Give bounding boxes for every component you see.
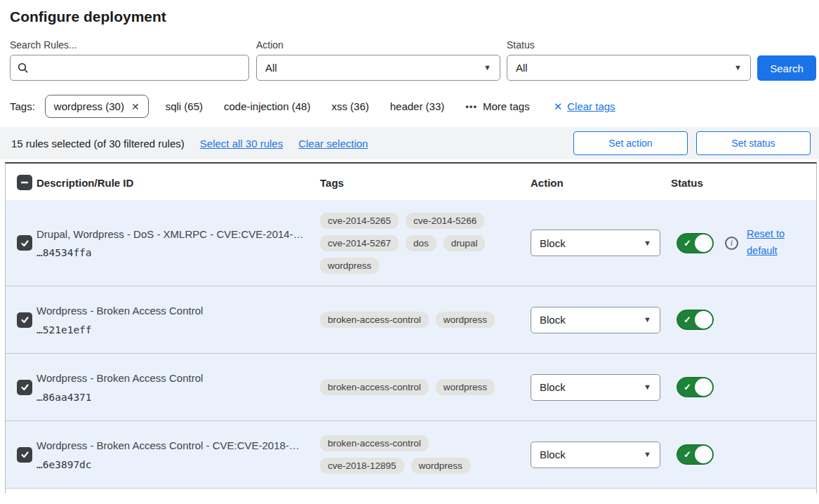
header-status: Status bbox=[671, 175, 816, 189]
selection-summary: 15 rules selected (of 30 filtered rules) bbox=[11, 138, 185, 150]
status-filter-label: Status bbox=[507, 39, 757, 51]
table-row: Wordpress - Broken Access Control…86aa43… bbox=[6, 353, 816, 420]
table-row: Wordpress - Broken Access Control - CVE:… bbox=[6, 420, 816, 488]
tag-chip: wordpress bbox=[436, 312, 495, 328]
action-select[interactable]: Block▼ bbox=[531, 374, 660, 401]
chevron-down-icon: ▼ bbox=[644, 239, 651, 247]
row-checkbox[interactable] bbox=[17, 380, 32, 395]
rule-description: Wordpress - Broken Access Control bbox=[36, 371, 306, 385]
status-filter-value: All bbox=[516, 62, 528, 74]
action-select[interactable]: Block▼ bbox=[531, 230, 660, 256]
toggle-knob bbox=[695, 234, 712, 252]
select-all-checkbox[interactable] bbox=[17, 175, 32, 190]
tags-bar: Tags: wordpress (30) ✕ sqli (65)code-inj… bbox=[0, 81, 819, 118]
configure-deployment-page: Configure deployment Search Rules... Act… bbox=[0, 0, 819, 504]
search-rules-label: Search Rules... bbox=[10, 39, 256, 51]
check-icon: ✓ bbox=[684, 314, 691, 325]
rule-id: …521e1eff bbox=[36, 324, 306, 336]
tag-chip: broken-access-control bbox=[320, 379, 429, 395]
page-title: Configure deployment bbox=[0, 0, 819, 25]
tag-chip: cve-2014-5266 bbox=[406, 213, 484, 229]
tag-chip: cve-2018-12895 bbox=[320, 458, 404, 474]
status-toggle[interactable]: ✓ bbox=[677, 377, 714, 397]
remove-tag-icon[interactable]: ✕ bbox=[131, 101, 140, 112]
rule-tags: cve-2014-5265cve-2014-5266cve-2014-5267d… bbox=[320, 204, 511, 282]
status-toggle[interactable]: ✓ bbox=[677, 310, 714, 330]
table-row: Wordpress - Broken Access Control…521e1e… bbox=[6, 286, 816, 353]
check-icon: ✓ bbox=[684, 238, 691, 248]
toggle-knob bbox=[695, 378, 712, 396]
search-rules-input[interactable] bbox=[10, 55, 249, 81]
tags-label: Tags: bbox=[10, 100, 35, 112]
tag-chip: broken-access-control bbox=[320, 435, 429, 451]
rule-description: Wordpress - Broken Access Control bbox=[36, 304, 306, 318]
row-checkbox[interactable] bbox=[17, 312, 32, 328]
rules-table: Description/Rule ID Tags Action Status D… bbox=[5, 162, 817, 493]
info-icon: i bbox=[725, 237, 738, 250]
header-tags: Tags bbox=[320, 175, 531, 189]
status-toggle[interactable]: ✓ bbox=[677, 233, 714, 253]
tag-filter-option[interactable]: code-injection (48) bbox=[224, 100, 310, 112]
clear-tags-label: Clear tags bbox=[567, 100, 615, 112]
tag-filter-option[interactable]: xss (36) bbox=[331, 100, 368, 112]
selection-bar: 15 rules selected (of 30 filtered rules)… bbox=[0, 127, 819, 159]
select-all-link[interactable]: Select all 30 rules bbox=[200, 138, 283, 150]
chevron-down-icon: ▼ bbox=[644, 316, 651, 324]
tag-chip: cve-2014-5267 bbox=[320, 235, 399, 251]
toggle-knob bbox=[695, 446, 712, 463]
table-body: Drupal, Wordpress - DoS - XMLRPC - CVE:C… bbox=[6, 200, 816, 488]
tag-chip: wordpress bbox=[320, 258, 379, 274]
rule-id: …86aa4371 bbox=[36, 392, 306, 403]
search-rules-textbox[interactable] bbox=[34, 62, 241, 74]
status-filter-field: Status All ▼ bbox=[507, 39, 757, 81]
tag-chip: dos bbox=[406, 235, 437, 251]
tag-filter-option[interactable]: header (33) bbox=[390, 100, 445, 112]
action-select-value: Block bbox=[540, 381, 566, 393]
rule-description: Drupal, Wordpress - DoS - XMLRPC - CVE:C… bbox=[36, 227, 306, 241]
rule-id: …6e3897dc bbox=[36, 459, 306, 470]
search-icon bbox=[18, 62, 29, 74]
tag-options: sqli (65)code-injection (48)xss (36)head… bbox=[166, 100, 466, 112]
set-action-button[interactable]: Set action bbox=[573, 131, 688, 155]
rule-description: Wordpress - Broken Access Control - CVE:… bbox=[36, 439, 306, 453]
chevron-down-icon: ▼ bbox=[734, 64, 742, 72]
chevron-down-icon: ▼ bbox=[484, 64, 491, 72]
more-tags-button[interactable]: ••• More tags bbox=[465, 100, 529, 112]
rule-tags: broken-access-controlwordpress bbox=[320, 303, 511, 336]
action-filter-value: All bbox=[265, 62, 277, 74]
chevron-down-icon: ▼ bbox=[644, 451, 651, 458]
table-header-row: Description/Rule ID Tags Action Status bbox=[6, 164, 816, 200]
action-select-value: Block bbox=[540, 237, 566, 249]
tag-filter-option[interactable]: sqli (65) bbox=[166, 100, 203, 112]
header-action: Action bbox=[531, 175, 671, 189]
action-filter-label: Action bbox=[256, 39, 507, 51]
filter-bar: Search Rules... Action All ▼ Status All … bbox=[0, 25, 819, 81]
reset-to-default-link[interactable]: Reset to default bbox=[747, 226, 790, 260]
check-icon: ✓ bbox=[684, 449, 691, 460]
action-select[interactable]: Block▼ bbox=[531, 307, 660, 333]
set-status-button[interactable]: Set status bbox=[696, 131, 811, 155]
status-filter-dropdown[interactable]: All ▼ bbox=[507, 55, 751, 81]
clear-tags-button[interactable]: ✕ Clear tags bbox=[554, 100, 615, 113]
more-tags-label: More tags bbox=[483, 100, 530, 112]
next-row-partial bbox=[6, 488, 816, 493]
tag-chip: wordpress bbox=[436, 379, 495, 395]
action-filter-dropdown[interactable]: All ▼ bbox=[256, 55, 500, 81]
action-select-value: Block bbox=[540, 449, 566, 460]
header-description: Description/Rule ID bbox=[36, 175, 320, 189]
tag-chip: broken-access-control bbox=[320, 312, 429, 328]
rule-tags: broken-access-controlcve-2018-12895wordp… bbox=[320, 427, 511, 482]
status-toggle[interactable]: ✓ bbox=[677, 444, 714, 465]
clear-selection-link[interactable]: Clear selection bbox=[298, 138, 368, 150]
action-select[interactable]: Block▼ bbox=[531, 442, 660, 468]
row-checkbox[interactable] bbox=[17, 447, 32, 463]
search-button[interactable]: Search bbox=[757, 55, 816, 81]
selected-tag-label: wordpress (30) bbox=[54, 100, 124, 112]
tag-chip: cve-2014-5265 bbox=[320, 213, 399, 229]
row-checkbox[interactable] bbox=[17, 235, 32, 251]
ellipsis-icon: ••• bbox=[465, 101, 477, 112]
close-icon: ✕ bbox=[554, 100, 563, 113]
selected-tag-chip[interactable]: wordpress (30) ✕ bbox=[45, 95, 149, 118]
action-filter-field: Action All ▼ bbox=[256, 39, 507, 81]
rule-tags: broken-access-controlwordpress bbox=[320, 371, 511, 404]
